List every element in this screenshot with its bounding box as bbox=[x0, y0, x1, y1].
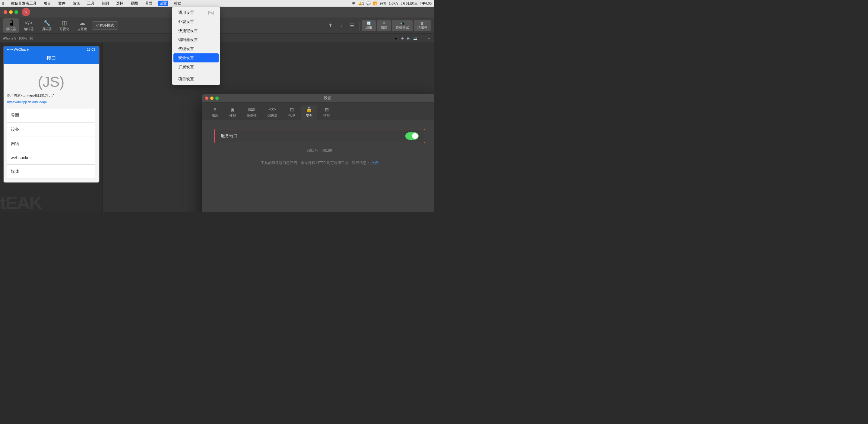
tab-general[interactable]: ≡ 通用 bbox=[207, 105, 223, 120]
dialog-title: 设置 bbox=[220, 96, 434, 101]
debugger-icon: 🔧 bbox=[43, 20, 50, 26]
upload-icon[interactable]: ⬆ bbox=[326, 21, 335, 30]
record-icon: ⏺ bbox=[401, 36, 404, 40]
screen-icon: 💻 bbox=[413, 36, 417, 40]
menubar-goto[interactable]: 转到 bbox=[100, 1, 110, 6]
phone-menu-item-device[interactable]: 设备 bbox=[7, 123, 95, 137]
tab-extensions-icon: ⊞ bbox=[325, 107, 329, 113]
preview-label: 预览 bbox=[381, 25, 387, 30]
phone-menu-item-media[interactable]: 媒体 bbox=[7, 165, 95, 179]
phone-header: 接口 bbox=[4, 53, 99, 64]
tab-editor-label: 编辑器 bbox=[268, 113, 277, 118]
main-area: 设置 ≡ 通用 ◉ 外观 ⌨ 快捷键 bbox=[102, 43, 434, 212]
notification-bell: 🔔1 bbox=[358, 1, 364, 5]
cloud-btn[interactable]: ☁ 云开发 bbox=[74, 19, 90, 33]
service-port-toggle[interactable] bbox=[405, 132, 418, 140]
dialog-maximize-btn[interactable] bbox=[215, 96, 219, 100]
battery-indicator: 97% bbox=[380, 1, 386, 5]
phone-icon: 📱 bbox=[394, 36, 398, 40]
phone-signal: ••••• WeChat ◈ bbox=[7, 48, 29, 52]
tab-security-icon: 🔒 bbox=[306, 107, 312, 113]
phone-frame: ••••• WeChat ◈ 16:03 接口 (JS) 以下将演示uni-ap… bbox=[3, 46, 99, 183]
simulator-btn[interactable]: 📱 模拟器 bbox=[3, 19, 19, 33]
device-selector[interactable]: iPhone 5 bbox=[3, 36, 16, 40]
phone-content: (JS) 以下将演示uni-app接口能力，了 https://uniapp.d… bbox=[4, 64, 99, 182]
menubar-interface[interactable]: 界面 bbox=[144, 1, 154, 6]
simulator-panel: ••••• WeChat ◈ 16:03 接口 (JS) 以下将演示uni-ap… bbox=[0, 43, 102, 212]
port-desc: 工具的服务端口已开启。命令行和 HTTP 均可调用工具。详细信息： 文档 bbox=[214, 160, 425, 165]
editor-label: 编辑器 bbox=[24, 27, 34, 31]
menubar-select[interactable]: 选择 bbox=[115, 1, 125, 6]
tab-editor-icon: </> bbox=[269, 107, 276, 112]
phone-link[interactable]: https://uniapp.dcloud.io/api/ bbox=[7, 100, 95, 104]
datetime: 5月5日周三 下午4:05 bbox=[401, 1, 432, 6]
tab-proxy-icon: ⊡ bbox=[290, 107, 294, 113]
version-icon[interactable]: ↕ bbox=[336, 21, 346, 30]
phone-menu-item-network[interactable]: 网络 bbox=[7, 137, 95, 151]
compile-btn[interactable]: 🔄 编辑 bbox=[362, 20, 376, 31]
visual-icon: ◫ bbox=[62, 20, 67, 26]
menubar-settings[interactable]: 设置 bbox=[158, 1, 168, 6]
volume-icon: 🔈 bbox=[407, 36, 411, 40]
tab-shortcuts[interactable]: ⌨ 快捷键 bbox=[242, 105, 261, 120]
tab-security-label: 安全 bbox=[306, 113, 312, 118]
close-button[interactable] bbox=[4, 10, 7, 14]
mode-button[interactable]: 小程序模式 bbox=[92, 22, 118, 30]
compile-icon: 🔄 bbox=[367, 22, 371, 25]
dialog-close-btn[interactable] bbox=[205, 96, 208, 100]
menubar-edit[interactable]: 编辑 bbox=[71, 1, 81, 6]
network-icon: 📶 bbox=[373, 1, 377, 5]
menubar-wechat[interactable]: 微信开发者工具 bbox=[10, 1, 38, 6]
menubar-help[interactable]: 帮助 bbox=[173, 1, 183, 6]
dropdown-project[interactable]: 项目设置 bbox=[172, 74, 220, 84]
editor-btn[interactable]: </> 编辑器 bbox=[21, 19, 37, 33]
service-port-row: 服务端口 bbox=[214, 129, 425, 143]
dropdown-proxy-label: 代理设置 bbox=[178, 46, 194, 52]
tab-shortcuts-icon: ⌨ bbox=[248, 107, 255, 113]
port-link[interactable]: 文档 bbox=[371, 161, 378, 165]
dropdown-extensions[interactable]: 扩展设置 bbox=[172, 62, 220, 71]
cloud-icon: ☁ bbox=[80, 20, 85, 26]
tab-extensions-label: 拓展 bbox=[323, 113, 330, 118]
debugger-btn[interactable]: 🔧 调试器 bbox=[39, 19, 55, 33]
phone-menu-item-interface[interactable]: 界面 bbox=[7, 109, 95, 123]
dropdown-appearance-label: 外观设置 bbox=[178, 19, 194, 24]
maximize-button[interactable] bbox=[14, 10, 18, 14]
dropdown-general[interactable]: 通用设置 [%,] bbox=[172, 8, 220, 17]
tab-proxy[interactable]: ⊡ 代理 bbox=[283, 105, 300, 120]
tab-appearance[interactable]: ◉ 外观 bbox=[224, 105, 241, 120]
minimize-button[interactable] bbox=[9, 10, 13, 14]
tab-security[interactable]: 🔒 安全 bbox=[301, 105, 317, 120]
detail-icon[interactable]: ☰ bbox=[347, 21, 357, 30]
menubar-view[interactable]: 视图 bbox=[129, 1, 139, 6]
network-speed: 1.0K/s bbox=[389, 1, 398, 5]
phone-menu-item-websocket[interactable]: websocket bbox=[7, 151, 95, 165]
tab-editor[interactable]: </> 编辑器 bbox=[263, 105, 282, 120]
simulator-label: 模拟器 bbox=[6, 27, 16, 31]
avatar: 头 bbox=[22, 8, 30, 16]
dropdown-shortcuts[interactable]: 快捷键设置 bbox=[172, 26, 220, 35]
tab-appearance-icon: ◉ bbox=[230, 107, 235, 113]
tab-general-icon: ≡ bbox=[214, 107, 216, 112]
traffic-lights bbox=[4, 10, 18, 14]
toolbar-right: ⬆ ↕ ☰ 🔄 编辑 👁 预览 📲 真机调试 🗑 清缓存 bbox=[326, 20, 431, 31]
menubar-file[interactable]: 文件 bbox=[57, 1, 67, 6]
menubar-project[interactable]: 项目 bbox=[42, 1, 52, 6]
clear-cache-icon: 🗑 bbox=[421, 22, 424, 25]
dropdown-appearance[interactable]: 外观设置 bbox=[172, 17, 220, 26]
preview-btn[interactable]: 👁 预览 bbox=[377, 20, 391, 31]
dropdown-proxy[interactable]: 代理设置 bbox=[172, 44, 220, 53]
menubar-right: 中 🔔1 💬 📶 97% 1.0K/s 5月5日周三 下午4:05 bbox=[352, 1, 432, 6]
dialog-minimize-btn[interactable] bbox=[210, 96, 214, 100]
tab-extensions[interactable]: ⊞ 拓展 bbox=[318, 105, 335, 120]
apple-menu[interactable]:  bbox=[2, 1, 4, 6]
settings-dialog: 设置 ≡ 通用 ◉ 外观 ⌨ 快捷键 bbox=[202, 94, 434, 212]
dropdown-editor[interactable]: 编辑器设置 bbox=[172, 35, 220, 44]
dropdown-security[interactable]: 安全设置 bbox=[174, 53, 219, 62]
menubar:  微信开发者工具 项目 文件 编辑 工具 转到 选择 视图 界面 设置 帮助 … bbox=[0, 0, 434, 7]
menubar-tools[interactable]: 工具 bbox=[86, 1, 96, 6]
clear-cache-btn[interactable]: 🗑 清缓存 bbox=[414, 20, 431, 31]
editor-icon: </> bbox=[25, 20, 33, 26]
visual-btn[interactable]: ◫ 可视化 bbox=[56, 19, 72, 33]
real-debug-btn[interactable]: 📲 真机调试 bbox=[392, 20, 412, 31]
